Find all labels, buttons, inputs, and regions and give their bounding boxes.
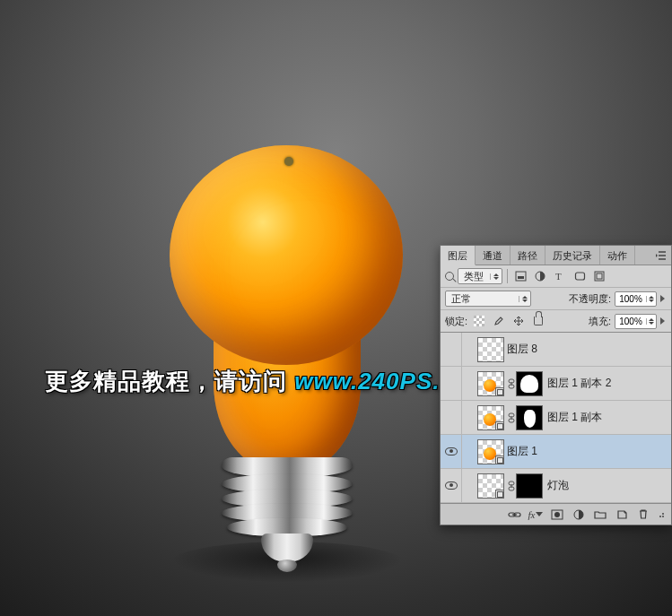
mask-link-icon[interactable] xyxy=(507,412,516,423)
layer-name[interactable]: 图层 1 副本 xyxy=(547,410,602,425)
visibility-toggle[interactable] xyxy=(441,333,462,366)
artwork-orange-bulb xyxy=(163,145,410,576)
layer-row[interactable]: 灯泡 xyxy=(441,469,671,503)
layer-thumbnail[interactable] xyxy=(477,405,504,430)
layer-name[interactable]: 图层 1 xyxy=(507,444,537,459)
footer-link-icon[interactable] xyxy=(504,506,524,524)
lock-move-icon[interactable] xyxy=(511,313,527,329)
mask-link-icon[interactable] xyxy=(507,481,516,491)
opacity-input[interactable] xyxy=(615,294,646,304)
layer-name[interactable]: 灯泡 xyxy=(547,478,569,493)
footer-trash-icon[interactable] xyxy=(633,506,653,524)
layer-thumbnail[interactable] xyxy=(477,337,504,362)
svg-rect-7 xyxy=(474,316,484,326)
layer-mask-thumbnail[interactable] xyxy=(516,473,543,499)
footer-new-icon[interactable] xyxy=(612,506,632,524)
filter-row: 类型 T xyxy=(441,265,671,288)
smart-object-icon xyxy=(495,387,504,396)
watermark-prefix: 更多精品教程，请访问 xyxy=(45,368,294,395)
panel-footer: fx xyxy=(441,503,671,525)
layer-row[interactable]: 图层 1 副本 xyxy=(441,401,671,435)
visibility-toggle[interactable] xyxy=(441,367,462,400)
eye-icon xyxy=(445,482,458,490)
layer-row[interactable]: 图层 1 副本 2 xyxy=(441,367,671,401)
svg-rect-25 xyxy=(662,516,664,517)
select-arrows-icon xyxy=(519,296,528,302)
smart-object-icon xyxy=(495,455,504,464)
fill-label: 填充: xyxy=(589,315,611,328)
hamburger-menu-icon xyxy=(656,251,667,260)
filter-kind-select[interactable]: 类型 xyxy=(458,268,502,284)
select-arrows-icon xyxy=(490,273,499,280)
blend-row: 正常 不透明度: xyxy=(441,288,671,310)
spinner-arrows-icon xyxy=(646,296,656,302)
layer-name[interactable]: 图层 1 副本 2 xyxy=(547,376,611,391)
smart-object-icon xyxy=(495,421,504,430)
smart-object-icon xyxy=(495,490,504,499)
filter-type-icon[interactable]: T xyxy=(552,268,568,284)
layer-mask-thumbnail[interactable] xyxy=(516,405,543,430)
filter-adjust-icon[interactable] xyxy=(532,268,548,284)
tab-history[interactable]: 历史记录 xyxy=(545,246,600,265)
watermark-text: 更多精品教程，请访问 www.240PS.com xyxy=(45,366,491,397)
layer-thumbnail[interactable] xyxy=(477,473,504,499)
tab-channels[interactable]: 通道 xyxy=(476,246,511,265)
visibility-toggle[interactable] xyxy=(441,401,462,434)
layer-thumbnail[interactable] xyxy=(477,439,504,464)
lock-row: 锁定: 填充: xyxy=(441,310,671,333)
svg-rect-27 xyxy=(662,513,664,515)
lock-paint-icon[interactable] xyxy=(491,313,507,329)
panel-tabs: 图层 通道 路径 历史记录 动作 xyxy=(441,246,671,265)
svg-rect-6 xyxy=(597,273,602,279)
lock-label: 锁定: xyxy=(445,315,467,328)
footer-group-icon[interactable] xyxy=(590,506,610,524)
footer-fx-icon[interactable]: fx xyxy=(526,506,545,524)
footer-adjust-icon[interactable] xyxy=(569,506,589,524)
opacity-spinner[interactable] xyxy=(615,291,657,307)
svg-rect-1 xyxy=(518,276,524,279)
tab-actions[interactable]: 动作 xyxy=(600,246,635,265)
mask-link-icon[interactable] xyxy=(507,378,516,389)
filter-shape-icon[interactable] xyxy=(572,268,588,284)
eye-icon xyxy=(445,447,458,455)
spinner-arrows-icon xyxy=(646,318,656,325)
footer-mask-icon[interactable] xyxy=(547,506,567,524)
layers-panel: 图层 通道 路径 历史记录 动作 类型 T 正常 xyxy=(440,245,672,525)
layer-row[interactable]: 图层 1 xyxy=(441,435,671,469)
blend-mode-label: 正常 xyxy=(449,292,474,306)
visibility-toggle[interactable] xyxy=(441,469,462,502)
filter-smart-icon[interactable] xyxy=(591,268,607,284)
opacity-flyout-icon[interactable] xyxy=(660,295,665,302)
layer-thumbnail[interactable] xyxy=(477,371,504,396)
opacity-label: 不透明度: xyxy=(569,292,611,306)
filter-pixel-icon[interactable] xyxy=(512,268,528,284)
panel-menu-button[interactable] xyxy=(651,246,671,265)
blend-mode-select[interactable]: 正常 xyxy=(445,291,531,307)
layer-mask-thumbnail[interactable] xyxy=(516,371,543,396)
svg-rect-26 xyxy=(659,516,661,517)
filter-kind-label: 类型 xyxy=(461,270,486,283)
lock-all-icon[interactable] xyxy=(530,313,546,329)
lock-trans-icon[interactable] xyxy=(471,313,487,329)
layer-row[interactable]: 图层 8 xyxy=(441,333,671,367)
svg-point-23 xyxy=(554,512,560,517)
footer-resize-icon[interactable] xyxy=(655,506,668,524)
fill-input[interactable] xyxy=(615,317,646,326)
svg-text:T: T xyxy=(555,271,562,282)
tab-layers[interactable]: 图层 xyxy=(441,246,476,265)
visibility-toggle[interactable] xyxy=(441,435,462,468)
canvas-viewport[interactable]: 更多精品教程，请访问 www.240PS.com 图层 通道 路径 历史记录 动… xyxy=(0,0,672,616)
fill-flyout-icon[interactable] xyxy=(660,317,665,325)
svg-rect-4 xyxy=(575,273,584,280)
layers-list: 图层 8图层 1 副本 2图层 1 副本图层 1灯泡 xyxy=(441,333,671,503)
fill-spinner[interactable] xyxy=(615,314,657,329)
tab-paths[interactable]: 路径 xyxy=(511,246,545,265)
search-icon xyxy=(445,272,454,281)
layer-name[interactable]: 图层 8 xyxy=(507,342,537,357)
